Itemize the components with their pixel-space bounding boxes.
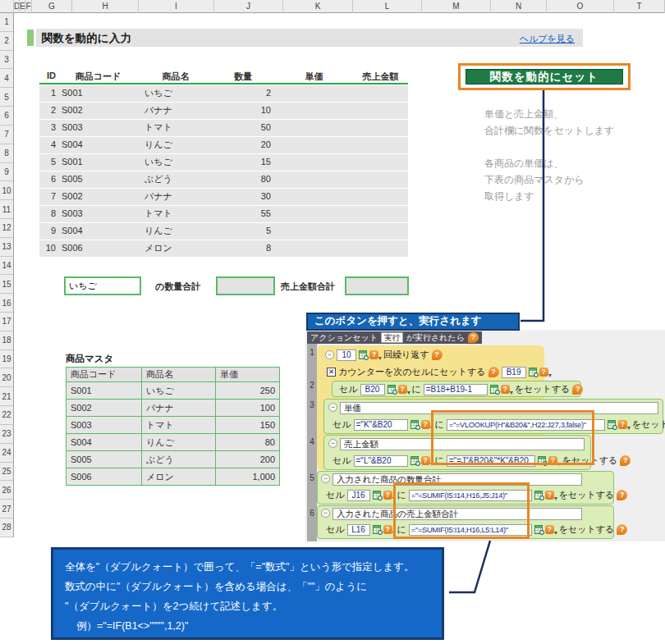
cell[interactable]: 1: [39, 85, 56, 102]
cell[interactable]: 5: [211, 223, 275, 240]
product-name-input[interactable]: いちご: [64, 276, 141, 295]
table-row[interactable]: 8S003トマト55: [39, 206, 408, 222]
cell[interactable]: S005: [66, 451, 142, 468]
cell[interactable]: S004: [56, 137, 140, 153]
table-row[interactable]: 6S005ぶどう80: [39, 171, 408, 188]
master-header-cell[interactable]: 商品名: [142, 368, 216, 382]
counter-cell-box[interactable]: B19: [502, 367, 526, 378]
column-header-J[interactable]: J: [214, 0, 283, 13]
cell[interactable]: S006: [66, 468, 142, 486]
help-icon[interactable]: ?: [620, 455, 631, 466]
cell[interactable]: メロン: [140, 240, 211, 257]
table-row[interactable]: 1S001いちご2: [39, 85, 408, 102]
cell-picker-icon[interactable]: [373, 491, 381, 500]
cell-picker-icon[interactable]: [529, 368, 537, 377]
value-box[interactable]: =B18+B19-1: [424, 384, 488, 395]
cell[interactable]: S001: [66, 382, 142, 400]
qty-total-cell[interactable]: [216, 276, 275, 295]
cell[interactable]: 30: [211, 189, 275, 205]
cell[interactable]: 10: [39, 240, 56, 257]
cell[interactable]: 20: [211, 137, 275, 153]
column-headers[interactable]: DEFGHIJKLMNOT: [0, 0, 665, 13]
loop-count-box[interactable]: 10: [337, 349, 356, 361]
row-header-25[interactable]: 25: [0, 463, 13, 482]
cell-ref-box[interactable]: ="K"&B20: [354, 419, 408, 431]
formula-helper-icon[interactable]: ?: [398, 385, 407, 394]
cell-picker-icon[interactable]: [534, 491, 543, 500]
row-header-16[interactable]: 16: [0, 294, 13, 313]
cell[interactable]: 100: [216, 400, 280, 417]
formula-helper-icon[interactable]: ?: [421, 420, 430, 429]
column-header-D[interactable]: D: [14, 0, 20, 13]
row-header-15[interactable]: 15: [0, 275, 13, 294]
collapse-icon[interactable]: −: [328, 439, 337, 448]
cell[interactable]: メロン: [142, 468, 216, 486]
master-header-cell[interactable]: 商品コード: [66, 368, 142, 382]
row-header-8[interactable]: 8: [0, 144, 13, 163]
event-button[interactable]: 実行: [381, 332, 403, 343]
row-header-4[interactable]: 4: [0, 69, 13, 88]
formula-helper-icon[interactable]: ?: [618, 420, 627, 429]
cell[interactable]: S002: [56, 103, 140, 119]
cell[interactable]: りんご: [140, 223, 211, 240]
cell[interactable]: S001: [56, 154, 140, 171]
formula-helper-icon[interactable]: ?: [383, 491, 392, 500]
help-icon[interactable]: ?: [617, 490, 627, 500]
row-header-14[interactable]: 14: [0, 257, 13, 276]
row-header-20[interactable]: 20: [0, 368, 13, 387]
cell[interactable]: S006: [56, 240, 140, 257]
formula-helper-icon[interactable]: ?: [369, 350, 378, 359]
row-header-3[interactable]: 3: [0, 51, 13, 70]
row-header-13[interactable]: 13: [0, 238, 13, 257]
cell[interactable]: トマト: [140, 120, 211, 136]
table-row[interactable]: 10S006メロン8: [39, 240, 408, 257]
help-icon[interactable]: ?: [488, 367, 499, 377]
row-headers[interactable]: 1234567891011121314151617181920212223242…: [0, 13, 14, 537]
row-header-11[interactable]: 11: [0, 200, 13, 219]
help-link[interactable]: ヘルプを見る: [520, 33, 575, 45]
formula-helper-icon[interactable]: ?: [501, 385, 510, 394]
cell[interactable]: 5: [39, 154, 56, 171]
set-function-button[interactable]: 関数を動的にセット: [466, 69, 623, 84]
cell[interactable]: バナナ: [140, 189, 211, 205]
cell-ref-box[interactable]: B20: [360, 384, 385, 395]
cell[interactable]: 250: [216, 382, 280, 400]
formula-helper-icon[interactable]: ?: [421, 456, 430, 465]
cell-picker-icon[interactable]: [388, 385, 396, 394]
row-header-9[interactable]: 9: [0, 163, 13, 182]
sales-total-cell[interactable]: [345, 276, 409, 295]
formula-helper-icon[interactable]: ?: [539, 368, 548, 377]
cell[interactable]: いちご: [140, 154, 211, 171]
column-header-T[interactable]: T: [614, 0, 665, 13]
column-header-E[interactable]: E: [20, 0, 25, 13]
cell[interactable]: S004: [56, 223, 140, 240]
cell[interactable]: 9: [39, 223, 56, 240]
cell-picker-icon[interactable]: [490, 385, 498, 394]
table-row[interactable]: 4S004りんご20: [39, 137, 408, 153]
table-row[interactable]: 5S001いちご15: [39, 154, 408, 171]
cell[interactable]: 55: [211, 206, 275, 222]
cell[interactable]: 150: [216, 417, 280, 434]
row-header-7[interactable]: 7: [0, 126, 13, 144]
cell[interactable]: S003: [56, 206, 140, 222]
cell-ref-box[interactable]: ="L"&B20: [354, 455, 408, 467]
cell-picker-icon[interactable]: [359, 350, 367, 359]
collapse-icon[interactable]: −: [321, 509, 330, 518]
cell[interactable]: 50: [211, 120, 275, 136]
cell[interactable]: 1,000: [216, 468, 280, 486]
help-icon[interactable]: ?: [572, 384, 583, 395]
cell[interactable]: ぶどう: [140, 171, 211, 188]
table-row[interactable]: 9S004りんご5: [39, 223, 408, 240]
cell[interactable]: 15: [211, 154, 275, 171]
cell[interactable]: 80: [211, 171, 275, 188]
cell[interactable]: S002: [56, 189, 140, 205]
cell-ref-box[interactable]: J16: [347, 490, 370, 501]
cell[interactable]: バナナ: [140, 103, 211, 119]
table-row[interactable]: 2S002バナナ10: [39, 103, 408, 119]
collapse-icon[interactable]: −: [325, 350, 334, 359]
table-row[interactable]: 3S003トマト50: [39, 120, 408, 136]
column-header-N[interactable]: N: [491, 0, 547, 13]
cell-ref-box[interactable]: L16: [347, 524, 370, 536]
cell[interactable]: 10: [211, 103, 275, 119]
cell-picker-icon[interactable]: [534, 525, 543, 534]
